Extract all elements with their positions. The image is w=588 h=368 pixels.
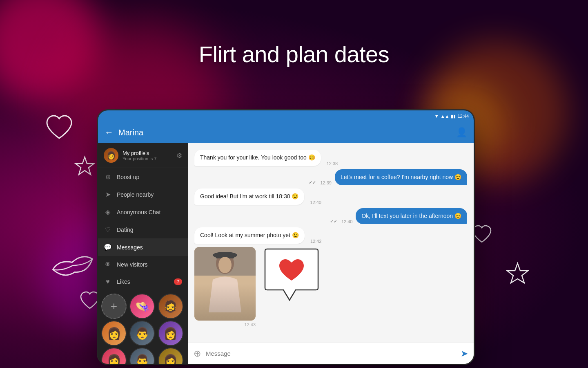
message-bubble-4: Ok, I'll text you later in the afternoon…: [356, 208, 467, 224]
sidebar-item-label: Likes: [117, 278, 130, 285]
svg-rect-7: [216, 253, 234, 258]
message-meta-4: ✓✓ 12:40: [330, 219, 353, 224]
profile-text: My profile's Your position is 7: [122, 150, 176, 161]
tablet-frame: ▼ ▲▲ ▮▮ 12:44 ← Marina 👤 👩 My profile's …: [98, 110, 474, 364]
check-marks-4: ✓✓: [330, 219, 337, 224]
message-text-4: Ok, I'll text you later in the afternoon…: [361, 213, 461, 219]
message-text-2: Let's meet for a coffee? I'm nearby righ…: [341, 174, 461, 180]
image-message: 12:43: [194, 247, 256, 327]
add-avatar-button[interactable]: +: [101, 294, 127, 319]
sidebar-item-label: New visitors: [117, 261, 147, 268]
back-button[interactable]: ←: [105, 127, 114, 138]
dating-icon: ♡: [104, 226, 112, 233]
clock: 12:44: [457, 114, 469, 119]
profile-name: My profile's: [122, 150, 176, 156]
sidebar-item-messages[interactable]: 💬 Messages: [98, 238, 188, 256]
mini-avatar-7[interactable]: 👨: [129, 348, 155, 364]
message-row-5: Cool! Look at my summer photo yet 😉 12:4…: [194, 227, 467, 244]
sidebar-item-anon-chat[interactable]: ◈ Anonymous Chat: [98, 203, 188, 221]
image-heart-row: 12:43: [194, 247, 467, 327]
message-row-1: Thank you for your like. You look good t…: [194, 150, 467, 166]
heart-speech-bubble: [259, 247, 324, 308]
anon-icon: ◈: [104, 208, 112, 216]
sidebar-item-likes[interactable]: ♥ Likes 7: [98, 273, 188, 290]
avatar: 👩: [104, 148, 118, 163]
message-input[interactable]: [206, 350, 456, 357]
svg-rect-3: [194, 272, 256, 321]
message-time-1: 12:38: [327, 161, 338, 166]
heart-deco-3: [472, 225, 492, 249]
status-icons: ▼ ▲▲ ▮▮ 12:44: [434, 114, 469, 119]
mini-avatar-3[interactable]: 👩: [101, 321, 127, 346]
message-bubble-1: Thank you for your like. You look good t…: [194, 150, 321, 166]
message-row-2: ✓✓ 12:39 Let's meet for a coffee? I'm ne…: [194, 169, 467, 186]
message-time-2: 12:39: [320, 180, 332, 185]
sidebar-item-nearby[interactable]: ➤ People nearby: [98, 186, 188, 203]
star-deco-2: [504, 262, 531, 294]
likes-badge: 7: [174, 278, 182, 285]
send-button[interactable]: ➤: [461, 348, 468, 359]
svg-marker-0: [76, 157, 94, 175]
status-bar: ▼ ▲▲ ▮▮ 12:44: [98, 110, 474, 122]
chat-messages: Thank you for your like. You look good t…: [188, 143, 474, 343]
chat-title: Marina: [118, 128, 456, 137]
mini-avatar-2[interactable]: 🧔: [158, 294, 183, 319]
message-row-4: ✓✓ 12:40 Ok, I'll text you later in the …: [194, 208, 467, 224]
settings-icon[interactable]: ⚙: [176, 152, 182, 159]
message-bubble-3: Good idea! But I'm at work till 18:30 😉: [194, 188, 304, 205]
nearby-icon: ➤: [104, 191, 112, 198]
mini-avatar-5[interactable]: 👩: [158, 321, 183, 346]
svg-point-5: [216, 253, 234, 274]
heart-deco-1: [45, 114, 74, 148]
message-row-3: Good idea! But I'm at work till 18:30 😉 …: [194, 188, 467, 205]
svg-rect-2: [194, 247, 256, 321]
sidebar-item-label: Anonymous Chat: [117, 209, 160, 215]
mini-avatar-4[interactable]: 👨: [129, 321, 155, 346]
visitors-icon: 👁: [104, 261, 112, 268]
profile-button[interactable]: 👤: [456, 127, 467, 138]
sidebar-item-label: Boost up: [117, 174, 139, 180]
svg-point-8: [218, 257, 232, 273]
mini-avatar-1[interactable]: 👒: [129, 294, 155, 319]
mini-avatar-8[interactable]: 👩: [158, 348, 183, 364]
sidebar-profile[interactable]: 👩 My profile's Your position is 7 ⚙: [98, 143, 188, 168]
check-marks-2: ✓✓: [309, 180, 316, 185]
svg-rect-4: [194, 247, 256, 276]
sidebar-item-visitors[interactable]: 👁 New visitors: [98, 256, 188, 273]
sidebar-item-dating[interactable]: ♡ Dating: [98, 221, 188, 238]
likes-icon: ♥: [104, 278, 112, 285]
message-meta-2: ✓✓ 12:39: [309, 180, 332, 185]
sidebar-item-boost[interactable]: ⊕ Boost up: [98, 168, 188, 186]
wifi-icon: ▼: [434, 114, 439, 119]
attach-button[interactable]: ⊕: [194, 348, 201, 359]
message-text-1: Thank you for your like. You look good t…: [200, 154, 315, 161]
sidebar: 👩 My profile's Your position is 7 ⚙ ⊕ Bo…: [98, 143, 188, 364]
mini-avatar-6[interactable]: 👩: [101, 348, 127, 364]
image-time: 12:43: [194, 322, 256, 327]
messages-icon: 💬: [104, 243, 112, 251]
svg-point-6: [213, 252, 237, 258]
app-header: ← Marina 👤: [98, 122, 474, 143]
signal-icon: ▲▲: [441, 114, 450, 119]
svg-marker-1: [507, 263, 528, 283]
sidebar-item-label: Dating: [117, 227, 133, 233]
page-title: Flirt and plan dates: [0, 41, 588, 67]
message-bubble-5: Cool! Look at my summer photo yet 😉: [194, 227, 305, 244]
chat-area: Thank you for your like. You look good t…: [188, 143, 474, 364]
battery-icon: ▮▮: [451, 114, 456, 119]
message-time-5: 12:42: [310, 239, 322, 244]
chat-input-bar: ⊕ ➤: [188, 343, 474, 364]
message-time-4: 12:40: [341, 219, 353, 224]
boost-icon: ⊕: [104, 173, 112, 181]
avatar-grid: + 👒 🧔 👩 👨 👩 👩 👨 👩: [98, 290, 188, 364]
star-deco-1: [74, 155, 96, 183]
message-text-3: Good idea! But I'm at work till 18:30 😉: [200, 193, 298, 200]
message-bubble-2: Let's meet for a coffee? I'm nearby righ…: [335, 169, 467, 186]
heart-deco-2: [80, 291, 100, 315]
message-time-3: 12:40: [310, 200, 321, 205]
photo-message: [194, 247, 256, 321]
sidebar-item-label: People nearby: [117, 191, 154, 198]
sidebar-item-label: Messages: [117, 244, 143, 251]
profile-subtitle: Your position is 7: [122, 156, 176, 161]
message-text-5: Cool! Look at my summer photo yet 😉: [200, 232, 299, 238]
